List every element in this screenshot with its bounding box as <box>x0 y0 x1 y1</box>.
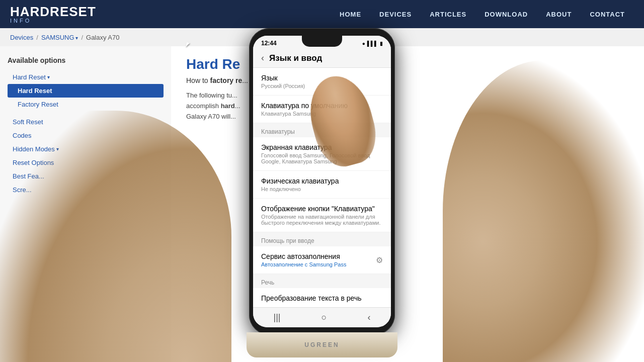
hand-left <box>0 111 231 362</box>
settings-item-keyboard-button-title: Отображение кнопки "Клавиатура" <box>261 205 383 213</box>
phone-screen: 12:44 ● ▌▌▌ ▮ ‹ Язык и ввод Язык Русский… <box>253 36 391 327</box>
settings-item-keyboard-button-sub: Отображение на навигационной панели для … <box>261 214 383 226</box>
status-bar: 12:44 ● ▌▌▌ ▮ <box>253 36 391 49</box>
logo-sub-text: INFO <box>10 18 31 24</box>
settings-item-physical-title: Физическая клавиатура <box>261 177 383 185</box>
logo-main-text: HARDRESET <box>10 5 96 18</box>
settings-screen-title: Язык и ввод <box>269 53 322 63</box>
site-logo[interactable]: HARDRESET INFO <box>10 5 96 24</box>
nav-about[interactable]: ABOUT <box>537 0 581 28</box>
nav-links: HOME DEVICES ARTICLES DOWNLOAD ABOUT CON… <box>331 0 634 28</box>
signal-dot: ● <box>362 41 365 46</box>
section-speech: Речь <box>253 274 391 288</box>
settings-item-physical-keyboard[interactable]: Физическая клавиатура Не подключено <box>253 171 391 199</box>
nav-articles[interactable]: ARTICLES <box>421 0 475 28</box>
battery-icon: ▮ <box>380 41 383 46</box>
gear-icon[interactable]: ⚙ <box>376 255 383 265</box>
sidebar-title: Available options <box>8 56 164 64</box>
sidebar-item-hard-reset-dropdown[interactable]: Hard Reset <box>8 70 164 84</box>
nav-home[interactable]: HOME <box>331 0 370 28</box>
settings-item-autofill-text: Сервис автозаполнения Автозаполнение с S… <box>261 252 346 267</box>
sidebar-item-hard-reset[interactable]: Hard Reset <box>8 84 164 98</box>
home-button[interactable]: ○ <box>314 310 335 325</box>
breadcrumb-sep-2: / <box>81 34 83 41</box>
signal-bars: ▌▌▌ <box>367 41 378 46</box>
status-time: 12:44 <box>261 40 277 47</box>
breadcrumb-current: Galaxy A70 <box>86 34 120 41</box>
phone-container: 12:44 ● ▌▌▌ ▮ ‹ Язык и ввод Язык Русский… <box>247 28 397 357</box>
settings-item-autofill[interactable]: Сервис автозаполнения Автозаполнение с S… <box>253 246 391 274</box>
settings-item-tts-title: Преобразование текста в речь <box>261 294 383 302</box>
status-icons: ● ▌▌▌ ▮ <box>362 41 383 46</box>
back-button[interactable]: ‹ <box>261 53 264 63</box>
settings-item-keyboard-button[interactable]: Отображение кнопки "Клавиатура" Отображе… <box>253 199 391 232</box>
recent-apps-button[interactable]: ||| <box>266 310 288 325</box>
back-nav-button[interactable]: ‹ <box>360 310 378 325</box>
mouse-cursor <box>186 43 196 53</box>
settings-item-autofill-sub: Автозаполнение с Samsung Pass <box>261 261 346 267</box>
section-input-help: Помощь при вводе <box>253 232 391 246</box>
nav-contact[interactable]: CONTACT <box>581 0 634 28</box>
breadcrumb-samsung[interactable]: SAMSUNG <box>41 34 78 41</box>
nav-download[interactable]: DOWNLOAD <box>475 0 537 28</box>
phone-bottom-nav: ||| ○ ‹ <box>253 307 391 327</box>
nav-devices[interactable]: DEVICES <box>370 0 421 28</box>
breadcrumb-devices[interactable]: Devices <box>10 34 33 41</box>
settings-item-autofill-title: Сервис автозаполнения <box>261 252 346 260</box>
phone-notch <box>302 36 342 47</box>
top-navigation: HARDRESET INFO HOME DEVICES ARTICLES DOW… <box>0 0 644 28</box>
stand-brand-label: UGREEN <box>304 341 339 348</box>
settings-header: ‹ Язык и ввод <box>253 49 391 68</box>
phone-stand: UGREEN <box>247 332 397 357</box>
settings-item-physical-sub: Не подключено <box>261 186 383 192</box>
phone-device: 12:44 ● ▌▌▌ ▮ ‹ Язык и ввод Язык Русский… <box>249 28 395 335</box>
sidebar-item-factory-reset[interactable]: Factory Reset <box>8 98 164 111</box>
hand-right <box>443 60 644 362</box>
settings-item-autofill-row: Сервис автозаполнения Автозаполнение с S… <box>261 252 383 267</box>
breadcrumb-sep-1: / <box>36 34 38 41</box>
settings-item-tts[interactable]: Преобразование текста в речь <box>253 288 391 307</box>
